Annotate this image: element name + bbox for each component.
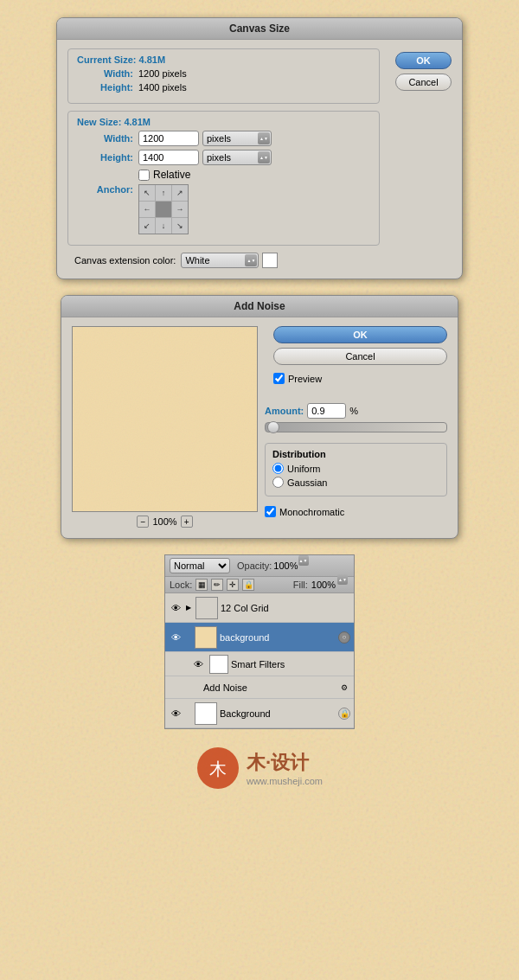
eye-icon-12colgrid[interactable]: 👁 [169,601,183,615]
noise-preview-area: − 100% + [72,326,258,528]
lock-all-icon[interactable]: 🔒 [242,579,254,591]
anchor-grid[interactable]: ↖ ↑ ↗ ← → ↙ ↓ ↘ [138,184,189,234]
new-height-row: Height: pixels inches cm [77,150,370,165]
zoom-value: 100% [152,516,176,527]
layer-thumbnail-background [195,626,217,649]
gaussian-radio[interactable] [272,477,284,488]
layer-thumbnail-smart-filters [209,655,228,674]
layer-expand-arrow[interactable]: ▶ [184,604,193,612]
layer-thumbnail-bg [195,702,217,725]
lock-transparency-icon[interactable]: ▦ [195,579,208,591]
monochromatic-row: Monochromatic [265,506,447,517]
anchor-tc[interactable]: ↑ [156,185,171,201]
anchor-bc[interactable]: ↓ [156,218,171,234]
uniform-label: Uniform [287,464,321,474]
opacity-value: 100% [273,560,298,571]
relative-checkbox[interactable] [138,170,150,181]
current-width-label: Width: [77,68,133,79]
width-unit-select[interactable]: pixels inches cm [202,131,272,146]
amount-slider-row [265,422,447,435]
anchor-mc[interactable] [156,202,171,217]
layer-badge-background: ○ [338,631,350,644]
anchor-br[interactable]: ↘ [172,218,188,234]
fill-row: Fill: 100% [293,580,349,590]
extension-color-swatch[interactable] [262,253,278,268]
distribution-box: Distribution Uniform Gaussian [265,443,447,496]
layer-row-12colgrid[interactable]: 👁 ▶ 12 Col Grid [165,593,354,623]
noise-controls: OK Cancel Preview Amount: % [265,326,447,528]
layer-row-add-noise[interactable]: Add Noise ⚙ [165,676,354,699]
amount-input[interactable] [307,403,346,419]
new-width-label: Width: [77,133,133,144]
anchor-row: Anchor: ↖ ↑ ↗ ← → ↙ ↓ ↘ [77,184,370,234]
anchor-tr[interactable]: ↗ [172,185,188,201]
lock-paint-icon[interactable]: ✏ [211,579,223,591]
amount-slider[interactable] [265,422,447,432]
extension-color-select[interactable]: White Black Gray [181,253,259,268]
anchor-mr[interactable]: → [172,202,188,217]
preview-checkbox[interactable] [273,373,285,384]
layer-name-12colgrid: 12 Col Grid [221,603,350,613]
extension-row: Canvas extension color: White Black Gray [67,253,380,268]
fill-label: Fill: [293,580,308,590]
current-height-row: Height: 1400 pixels [77,82,370,93]
new-width-input[interactable] [138,131,199,146]
monochromatic-checkbox[interactable] [265,506,276,517]
watermark-text: 木·设计 [247,750,323,776]
add-noise-dialog: Add Noise − 100% + OK Cancel Preview [61,295,458,539]
gaussian-row: Gaussian [272,477,439,488]
layers-panel: Normal Multiply Screen Opacity: 100% Loc… [164,554,355,729]
opacity-arrow[interactable] [298,555,309,566]
zoom-row: − 100% + [72,516,258,528]
uniform-radio[interactable] [272,463,284,474]
canvas-cancel-button[interactable]: Cancel [395,74,452,91]
layers-lock-row: Lock: ▦ ✏ ✛ 🔒 Fill: 100% [165,577,354,593]
svg-text:木: 木 [209,759,227,778]
layer-row-background[interactable]: 👁 background ○ [165,623,354,652]
layers-blend-row: Normal Multiply Screen Opacity: 100% [165,555,354,577]
eye-icon-smart-filters[interactable]: 👁 [191,657,205,671]
extension-label: Canvas extension color: [74,255,176,266]
current-width-value: 1200 pixels [138,68,187,79]
gaussian-label: Gaussian [287,477,327,488]
smart-filter-settings-icon[interactable]: ⚙ [338,682,350,694]
watermark: 木 木·设计 www.musheji.com [0,738,519,794]
canvas-ok-button[interactable]: OK [395,52,452,69]
layer-name-background: background [220,632,336,643]
add-noise-title: Add Noise [61,296,458,317]
anchor-ml[interactable]: ← [139,202,155,217]
current-size-label: Current Size: 4.81M [77,54,370,65]
noise-cancel-button[interactable]: Cancel [273,348,447,365]
layer-name-bg: Background [220,708,336,719]
eye-icon-background[interactable]: 👁 [169,631,183,644]
percent-label: % [349,406,358,416]
anchor-tl[interactable]: ↖ [139,185,155,201]
preview-row: Preview [273,373,447,384]
noise-buttons: OK Cancel Preview [273,326,447,387]
zoom-minus-button[interactable]: − [137,516,149,528]
watermark-logo: 木 [196,746,240,790]
noise-ok-button[interactable]: OK [273,326,447,343]
eye-icon-bg[interactable]: 👁 [169,707,183,721]
current-width-row: Width: 1200 pixels [77,68,370,79]
opacity-row: Opacity: 100% [237,560,311,571]
uniform-row: Uniform [272,463,439,474]
canvas-size-title: Canvas Size [57,18,462,40]
new-size-section: New Size: 4.81M Width: pixels inches cm [67,111,380,246]
relative-row: Relative [138,169,370,181]
blend-mode-select[interactable]: Normal Multiply Screen [170,558,230,573]
new-height-input[interactable] [138,150,199,165]
lock-label: Lock: [170,580,192,590]
layer-row-bg[interactable]: 👁 Background 🔒 [165,699,354,728]
new-size-label: New Size: 4.81M [77,117,370,127]
current-height-value: 1400 pixels [138,82,187,93]
current-height-label: Height: [77,82,133,93]
layer-name-add-noise: Add Noise [203,682,335,693]
lock-move-icon[interactable]: ✛ [227,579,239,591]
height-unit-select[interactable]: pixels inches cm [202,150,272,165]
zoom-plus-button[interactable]: + [181,516,193,528]
opacity-label: Opacity: [237,560,272,571]
anchor-bl[interactable]: ↙ [139,218,155,234]
canvas-size-dialog: Canvas Size Current Size: 4.81M Width: 1… [56,17,463,279]
layer-row-smart-filters[interactable]: 👁 Smart Filters [165,652,354,676]
